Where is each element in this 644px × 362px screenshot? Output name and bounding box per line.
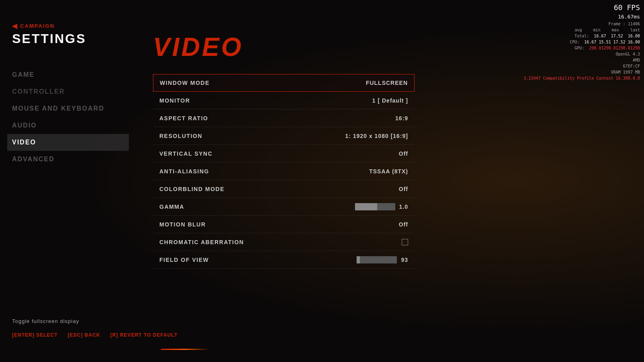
colorblind-mode-label: COLORBLIND MODE <box>159 186 225 192</box>
frame-label: Frame : <box>609 22 625 26</box>
total-label: Total: <box>574 34 591 38</box>
fov-label: FIELD OF VIEW <box>159 257 209 263</box>
back-arrow-icon: ◀ <box>12 22 17 30</box>
fov-slider-fill <box>357 256 360 263</box>
fov-value: 93 <box>401 257 408 263</box>
total-values: 16.67 17.52 16.00 <box>594 34 640 38</box>
motion-blur-value: Off <box>399 221 408 228</box>
setting-vertical-sync[interactable]: VERTICAL SYNC Off <box>153 145 415 162</box>
main-content: VIDEO WINDOW MODE FULLSCREEN MONITOR 1 [… <box>153 32 415 269</box>
compat-info: 3.13447 Compatibility Profile Context 16… <box>524 75 640 81</box>
setting-colorblind-mode[interactable]: COLORBLIND MODE Off <box>153 180 415 198</box>
window-mode-label: WINDOW MODE <box>160 80 210 86</box>
nav-item-controller: CONTROLLER <box>12 83 129 100</box>
campaign-label: CAMPAIGN <box>20 23 55 29</box>
setting-chromatic-aberration[interactable]: CHROMATIC ABERRATION <box>153 233 415 251</box>
key-r: [R] REVERT TO DEFAULT <box>110 332 178 338</box>
settings-title: SETTINGS <box>12 31 129 46</box>
campaign-back-button[interactable]: ◀ CAMPAIGN <box>12 22 129 30</box>
gpu-label: GPU: <box>574 46 586 50</box>
motion-blur-label: MOTION BLUR <box>159 221 206 228</box>
setting-monitor[interactable]: MONITOR 1 [ Default ] <box>153 92 415 109</box>
gamma-slider-track[interactable] <box>355 203 395 210</box>
setting-aspect-ratio[interactable]: ASPECT RATIO 16:9 <box>153 109 415 127</box>
section-title: VIDEO <box>153 32 415 62</box>
vertical-sync-value: Off <box>399 150 408 157</box>
cpu-values: 16.67 15.51 17.52 16.00 <box>584 40 640 44</box>
key-hints: [ENTER] SELECT [ESC] BACK [R] REVERT TO … <box>12 332 178 338</box>
cpu-label: CPU: <box>570 40 582 44</box>
chromatic-aberration-checkbox[interactable] <box>402 239 408 245</box>
gpu-values: 298.01298.01298.01298 <box>589 46 640 50</box>
aspect-ratio-label: ASPECT RATIO <box>159 115 208 121</box>
frame-value: 11406 <box>628 22 640 26</box>
colorblind-mode-value: Off <box>399 186 408 192</box>
nav-item-video[interactable]: VIDEO <box>7 134 129 151</box>
nav-item-audio[interactable]: AUDIO <box>12 117 129 134</box>
anti-aliasing-value: TSSAA (8TX) <box>369 168 408 175</box>
chromatic-aberration-label: CHROMATIC ABERRATION <box>159 239 244 245</box>
nav-item-advanced[interactable]: ADVANCED <box>12 151 129 168</box>
gamma-label: GAMMA <box>159 204 184 210</box>
perf-headers: avg min max last <box>524 27 640 33</box>
ms-display: 16.67ms <box>524 13 640 21</box>
setting-motion-blur[interactable]: MOTION BLUR Off <box>153 216 415 233</box>
sidebar: ◀ CAMPAIGN SETTINGS GAME CONTROLLER MOUS… <box>0 0 137 362</box>
fov-slider-container[interactable]: 93 <box>357 256 408 263</box>
hint-text: Toggle fullscreen display <box>12 318 178 324</box>
anti-aliasing-label: ANTI-ALIASING <box>159 168 209 175</box>
fps-display: 60 FPS <box>524 2 640 13</box>
window-mode-value: FULLSCREEN <box>366 80 408 86</box>
fov-slider-track[interactable] <box>357 256 397 263</box>
perf-overlay: 60 FPS 16.67ms Frame : 11406 avg min max… <box>524 2 640 81</box>
setting-field-of-view[interactable]: FIELD OF VIEW 93 <box>153 251 415 269</box>
resolution-label: RESOLUTION <box>159 133 202 139</box>
color-profile: 67EF:CF <box>524 63 640 69</box>
vertical-sync-label: VERTICAL SYNC <box>159 150 213 157</box>
setting-window-mode[interactable]: WINDOW MODE FULLSCREEN <box>153 74 415 92</box>
monitor-value: 1 [ Default ] <box>372 97 408 104</box>
key-esc: [ESC] BACK <box>68 332 100 338</box>
settings-nav: GAME CONTROLLER MOUSE AND KEYBOARD AUDIO… <box>12 66 129 168</box>
opengl-info: OpenGL 4.3 <box>524 51 640 57</box>
bottom-decoration <box>161 349 209 350</box>
vram-info: VRAM 1997 MB <box>524 69 640 75</box>
nav-item-mouse-keyboard[interactable]: MOUSE AND KEYBOARD <box>12 100 129 117</box>
resolution-value: 1: 1920 x 1080 [16:9] <box>345 133 408 139</box>
setting-gamma[interactable]: GAMMA 1.0 <box>153 198 415 216</box>
gamma-value: 1.0 <box>399 204 408 210</box>
nav-item-game[interactable]: GAME <box>12 66 129 83</box>
gamma-slider-container[interactable]: 1.0 <box>355 203 408 210</box>
bottom-area: Toggle fullscreen display [ENTER] SELECT… <box>12 318 178 338</box>
settings-list: WINDOW MODE FULLSCREEN MONITOR 1 [ Defau… <box>153 74 415 269</box>
monitor-label: MONITOR <box>159 97 190 104</box>
gamma-slider-fill <box>355 203 377 210</box>
setting-resolution[interactable]: RESOLUTION 1: 1920 x 1080 [16:9] <box>153 127 415 145</box>
amd-info: AMD <box>524 57 640 63</box>
key-enter: [ENTER] SELECT <box>12 332 58 338</box>
aspect-ratio-value: 16:9 <box>395 115 408 121</box>
setting-anti-aliasing[interactable]: ANTI-ALIASING TSSAA (8TX) <box>153 162 415 180</box>
